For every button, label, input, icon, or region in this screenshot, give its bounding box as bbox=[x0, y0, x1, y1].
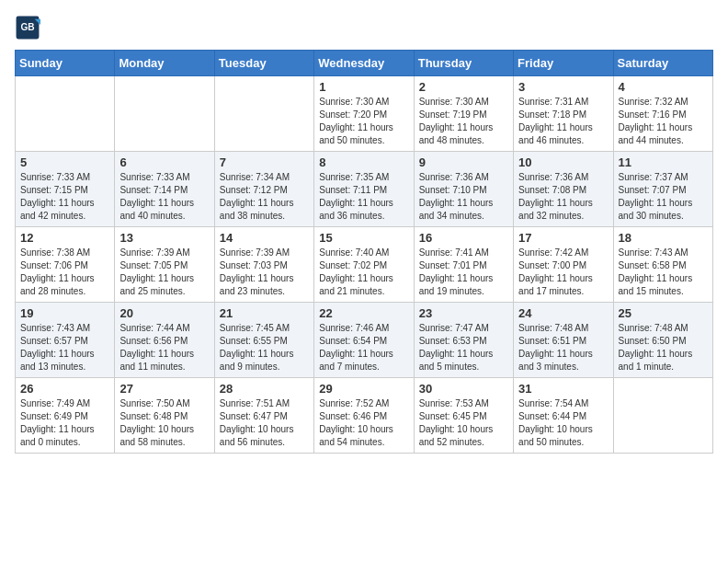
day-info: Sunrise: 7:44 AM Sunset: 6:56 PM Dayligh… bbox=[119, 322, 209, 373]
day-info: Sunrise: 7:43 AM Sunset: 6:58 PM Dayligh… bbox=[619, 247, 708, 298]
day-number: 26 bbox=[20, 382, 109, 396]
day-info: Sunrise: 7:39 AM Sunset: 7:05 PM Dayligh… bbox=[119, 247, 209, 298]
calendar-day-cell bbox=[115, 76, 214, 152]
calendar-day-cell: 18Sunrise: 7:43 AM Sunset: 6:58 PM Dayli… bbox=[613, 227, 712, 303]
day-number: 25 bbox=[619, 306, 708, 320]
weekday-header: Tuesday bbox=[214, 51, 313, 76]
weekday-header: Wednesday bbox=[314, 51, 414, 76]
day-number: 12 bbox=[20, 231, 109, 245]
day-number: 21 bbox=[220, 306, 309, 320]
day-number: 5 bbox=[20, 155, 109, 169]
day-number: 18 bbox=[619, 231, 708, 245]
day-number: 2 bbox=[419, 80, 508, 94]
day-number: 29 bbox=[319, 382, 408, 396]
day-number: 11 bbox=[619, 155, 708, 169]
day-number: 28 bbox=[220, 382, 309, 396]
day-info: Sunrise: 7:37 AM Sunset: 7:07 PM Dayligh… bbox=[619, 171, 708, 223]
day-number: 1 bbox=[319, 80, 408, 94]
weekday-header: Monday bbox=[115, 51, 214, 76]
day-info: Sunrise: 7:40 AM Sunset: 7:02 PM Dayligh… bbox=[319, 247, 408, 298]
calendar-day-cell bbox=[613, 378, 712, 454]
day-number: 6 bbox=[119, 155, 209, 169]
calendar-day-cell: 7Sunrise: 7:34 AM Sunset: 7:12 PM Daylig… bbox=[214, 152, 313, 227]
day-number: 15 bbox=[319, 231, 408, 245]
day-info: Sunrise: 7:33 AM Sunset: 7:14 PM Dayligh… bbox=[119, 171, 209, 223]
day-number: 14 bbox=[220, 231, 309, 245]
calendar-day-cell: 24Sunrise: 7:48 AM Sunset: 6:51 PM Dayli… bbox=[514, 303, 613, 378]
weekday-header: Sunday bbox=[16, 51, 115, 76]
calendar-day-cell: 25Sunrise: 7:48 AM Sunset: 6:50 PM Dayli… bbox=[613, 303, 712, 378]
day-number: 31 bbox=[518, 382, 608, 396]
calendar-week-row: 26Sunrise: 7:49 AM Sunset: 6:49 PM Dayli… bbox=[16, 378, 713, 454]
page-header: GB bbox=[15, 15, 713, 40]
day-number: 23 bbox=[419, 306, 508, 320]
day-number: 19 bbox=[20, 306, 109, 320]
calendar-day-cell: 10Sunrise: 7:36 AM Sunset: 7:08 PM Dayli… bbox=[514, 152, 613, 227]
weekday-header: Thursday bbox=[414, 51, 513, 76]
calendar-day-cell: 31Sunrise: 7:54 AM Sunset: 6:44 PM Dayli… bbox=[514, 378, 613, 454]
day-info: Sunrise: 7:45 AM Sunset: 6:55 PM Dayligh… bbox=[220, 322, 309, 373]
calendar-week-row: 5Sunrise: 7:33 AM Sunset: 7:15 PM Daylig… bbox=[16, 152, 713, 227]
calendar-day-cell: 17Sunrise: 7:42 AM Sunset: 7:00 PM Dayli… bbox=[514, 227, 613, 303]
calendar-day-cell: 23Sunrise: 7:47 AM Sunset: 6:53 PM Dayli… bbox=[414, 303, 513, 378]
calendar-day-cell: 1Sunrise: 7:30 AM Sunset: 7:20 PM Daylig… bbox=[314, 76, 414, 152]
calendar-day-cell: 13Sunrise: 7:39 AM Sunset: 7:05 PM Dayli… bbox=[115, 227, 214, 303]
day-number: 17 bbox=[518, 231, 608, 245]
calendar-day-cell: 2Sunrise: 7:30 AM Sunset: 7:19 PM Daylig… bbox=[414, 76, 513, 152]
calendar-day-cell bbox=[16, 76, 115, 152]
day-info: Sunrise: 7:32 AM Sunset: 7:16 PM Dayligh… bbox=[619, 96, 708, 147]
day-info: Sunrise: 7:47 AM Sunset: 6:53 PM Dayligh… bbox=[419, 322, 508, 373]
calendar-day-cell: 6Sunrise: 7:33 AM Sunset: 7:14 PM Daylig… bbox=[115, 152, 214, 227]
calendar-table: SundayMondayTuesdayWednesdayThursdayFrid… bbox=[15, 50, 713, 454]
day-info: Sunrise: 7:30 AM Sunset: 7:20 PM Dayligh… bbox=[319, 96, 408, 147]
day-number: 10 bbox=[518, 155, 608, 169]
calendar-day-cell: 19Sunrise: 7:43 AM Sunset: 6:57 PM Dayli… bbox=[16, 303, 115, 378]
day-info: Sunrise: 7:33 AM Sunset: 7:15 PM Dayligh… bbox=[20, 171, 109, 223]
day-number: 3 bbox=[518, 80, 608, 94]
day-info: Sunrise: 7:35 AM Sunset: 7:11 PM Dayligh… bbox=[319, 171, 408, 223]
calendar-day-cell: 12Sunrise: 7:38 AM Sunset: 7:06 PM Dayli… bbox=[16, 227, 115, 303]
day-info: Sunrise: 7:49 AM Sunset: 6:49 PM Dayligh… bbox=[20, 397, 109, 449]
day-info: Sunrise: 7:34 AM Sunset: 7:12 PM Dayligh… bbox=[220, 171, 309, 223]
day-info: Sunrise: 7:52 AM Sunset: 6:46 PM Dayligh… bbox=[319, 397, 408, 449]
calendar-day-cell bbox=[214, 76, 313, 152]
day-info: Sunrise: 7:42 AM Sunset: 7:00 PM Dayligh… bbox=[518, 247, 608, 298]
day-info: Sunrise: 7:30 AM Sunset: 7:19 PM Dayligh… bbox=[419, 96, 508, 147]
calendar-header-row: SundayMondayTuesdayWednesdayThursdayFrid… bbox=[16, 51, 713, 76]
calendar-day-cell: 11Sunrise: 7:37 AM Sunset: 7:07 PM Dayli… bbox=[613, 152, 712, 227]
day-number: 4 bbox=[619, 80, 708, 94]
calendar-day-cell: 28Sunrise: 7:51 AM Sunset: 6:47 PM Dayli… bbox=[214, 378, 313, 454]
day-info: Sunrise: 7:41 AM Sunset: 7:01 PM Dayligh… bbox=[419, 247, 508, 298]
day-info: Sunrise: 7:31 AM Sunset: 7:18 PM Dayligh… bbox=[518, 96, 608, 147]
day-number: 24 bbox=[518, 306, 608, 320]
calendar-day-cell: 4Sunrise: 7:32 AM Sunset: 7:16 PM Daylig… bbox=[613, 76, 712, 152]
day-info: Sunrise: 7:48 AM Sunset: 6:51 PM Dayligh… bbox=[518, 322, 608, 373]
calendar-week-row: 19Sunrise: 7:43 AM Sunset: 6:57 PM Dayli… bbox=[16, 303, 713, 378]
calendar-day-cell: 5Sunrise: 7:33 AM Sunset: 7:15 PM Daylig… bbox=[16, 152, 115, 227]
day-number: 22 bbox=[319, 306, 408, 320]
day-info: Sunrise: 7:53 AM Sunset: 6:45 PM Dayligh… bbox=[419, 397, 508, 449]
calendar-day-cell: 9Sunrise: 7:36 AM Sunset: 7:10 PM Daylig… bbox=[414, 152, 513, 227]
calendar-day-cell: 15Sunrise: 7:40 AM Sunset: 7:02 PM Dayli… bbox=[314, 227, 414, 303]
day-info: Sunrise: 7:38 AM Sunset: 7:06 PM Dayligh… bbox=[20, 247, 109, 298]
day-info: Sunrise: 7:36 AM Sunset: 7:08 PM Dayligh… bbox=[518, 171, 608, 223]
calendar-day-cell: 30Sunrise: 7:53 AM Sunset: 6:45 PM Dayli… bbox=[414, 378, 513, 454]
calendar-day-cell: 8Sunrise: 7:35 AM Sunset: 7:11 PM Daylig… bbox=[314, 152, 414, 227]
calendar-day-cell: 29Sunrise: 7:52 AM Sunset: 6:46 PM Dayli… bbox=[314, 378, 414, 454]
calendar-day-cell: 22Sunrise: 7:46 AM Sunset: 6:54 PM Dayli… bbox=[314, 303, 414, 378]
day-number: 9 bbox=[419, 155, 508, 169]
day-number: 20 bbox=[119, 306, 209, 320]
svg-text:GB: GB bbox=[20, 22, 34, 32]
day-info: Sunrise: 7:51 AM Sunset: 6:47 PM Dayligh… bbox=[220, 397, 309, 449]
calendar-day-cell: 27Sunrise: 7:50 AM Sunset: 6:48 PM Dayli… bbox=[115, 378, 214, 454]
day-number: 7 bbox=[220, 155, 309, 169]
calendar-day-cell: 16Sunrise: 7:41 AM Sunset: 7:01 PM Dayli… bbox=[414, 227, 513, 303]
calendar-day-cell: 14Sunrise: 7:39 AM Sunset: 7:03 PM Dayli… bbox=[214, 227, 313, 303]
day-number: 16 bbox=[419, 231, 508, 245]
day-info: Sunrise: 7:43 AM Sunset: 6:57 PM Dayligh… bbox=[20, 322, 109, 373]
day-info: Sunrise: 7:36 AM Sunset: 7:10 PM Dayligh… bbox=[419, 171, 508, 223]
day-number: 13 bbox=[119, 231, 209, 245]
calendar-day-cell: 21Sunrise: 7:45 AM Sunset: 6:55 PM Dayli… bbox=[214, 303, 313, 378]
day-info: Sunrise: 7:39 AM Sunset: 7:03 PM Dayligh… bbox=[220, 247, 309, 298]
calendar-day-cell: 26Sunrise: 7:49 AM Sunset: 6:49 PM Dayli… bbox=[16, 378, 115, 454]
